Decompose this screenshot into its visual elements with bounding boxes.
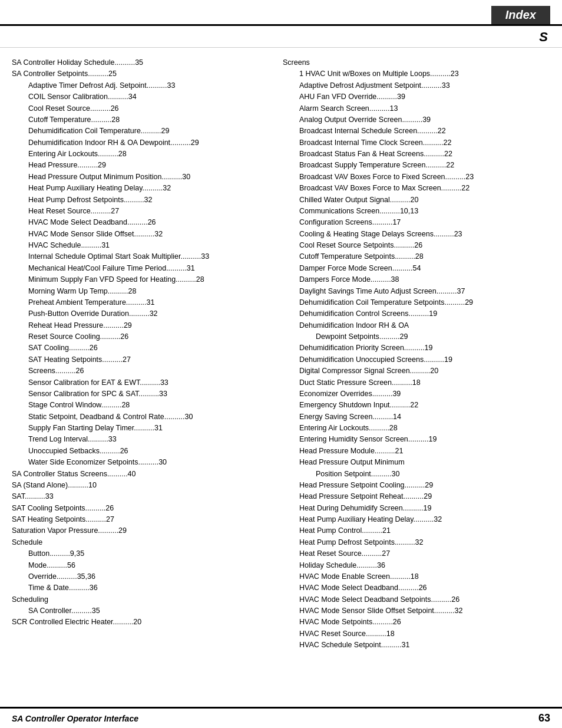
list-item: Head Pressure Setpoint Reheat..........2… bbox=[283, 491, 550, 502]
list-item: Cooling & Heating Stage Delays Screens..… bbox=[283, 229, 550, 240]
list-item: HVAC Mode Setpoints..........26 bbox=[283, 617, 550, 628]
list-item: Damper Force Mode Screen..........54 bbox=[283, 263, 550, 274]
footer-title: SA Controller Operator Interface bbox=[12, 714, 138, 723]
list-item: Sensor Calibration for EAT & EWT........… bbox=[12, 377, 265, 388]
list-item: Schedule bbox=[12, 537, 265, 548]
list-item: Scheduling bbox=[12, 594, 265, 605]
list-item: Mode..........56 bbox=[12, 560, 265, 571]
list-item: Chilled Water Output Signal..........20 bbox=[283, 195, 550, 206]
list-item: Entering Humidity Sensor Screen.........… bbox=[283, 434, 550, 445]
section-letter: S bbox=[539, 29, 548, 45]
section-letter-row: S bbox=[0, 28, 562, 48]
list-item: Dehumidification Indoor RH & OA Dewpoint… bbox=[12, 137, 265, 149]
list-item: COIL Sensor Calibration..........34 bbox=[12, 91, 265, 103]
list-item: Reheat Head Pressure..........29 bbox=[12, 320, 265, 331]
page-header: Index bbox=[0, 0, 562, 26]
list-item: SAT Heating Setpoints..........27 bbox=[12, 354, 265, 365]
list-item: Cutoff Temperature Setpoints..........28 bbox=[283, 251, 550, 262]
list-item: HVAC Mode Enable Screen..........18 bbox=[283, 571, 550, 582]
list-item: Unoccupied Setbacks..........26 bbox=[12, 446, 265, 457]
list-item: Head Pressure Setpoint Cooling..........… bbox=[283, 480, 550, 491]
list-item: Minimum Supply Fan VFD Speed for Heating… bbox=[12, 274, 265, 285]
list-item: SA Controller Setpoints..........25 bbox=[12, 68, 265, 80]
list-item: HVAC Schedule Setpoint..........31 bbox=[283, 640, 550, 651]
list-item: Duct Static Pressure Screen..........18 bbox=[283, 377, 550, 388]
list-item: 1 HVAC Unit w/Boxes on Multiple Loops...… bbox=[283, 68, 550, 80]
list-item: Head Pressure Module..........21 bbox=[283, 446, 550, 457]
list-item: Dehumidification Priority Screen........… bbox=[283, 342, 550, 354]
list-item: Cool Reset Source..........26 bbox=[12, 103, 265, 114]
list-item: Analog Output Override Screen..........3… bbox=[283, 114, 550, 126]
list-item: Morning Warm Up Temp..........28 bbox=[12, 286, 265, 297]
list-item: Dampers Force Mode..........38 bbox=[283, 274, 550, 285]
list-item: Heat Pump Auxiliary Heating Delay.......… bbox=[283, 514, 550, 525]
list-item: SAT Cooling Setpoints..........26 bbox=[12, 503, 265, 514]
list-item: Head Pressure..........29 bbox=[12, 160, 265, 171]
list-item: Broadcast Supply Temperature Screen.....… bbox=[283, 160, 550, 171]
list-item: Configuration Screens..........17 bbox=[283, 217, 550, 228]
list-item: Broadcast Internal Time Clock Screen....… bbox=[283, 137, 550, 149]
list-item: Dehumidification Indoor RH & OA bbox=[283, 320, 550, 331]
list-item: Dewpoint Setpoints..........29 bbox=[283, 331, 550, 342]
list-item: Internal Schedule Optimal Start Soak Mul… bbox=[12, 251, 265, 262]
list-item: SAT..........33 bbox=[12, 491, 265, 502]
right-section-header: Screens bbox=[283, 57, 550, 68]
list-item: SAT Heating Setpoints..........27 bbox=[12, 514, 265, 525]
list-item: HVAC Schedule..........31 bbox=[12, 240, 265, 251]
list-item: HVAC Mode Select Deadband Setpoints.....… bbox=[283, 594, 550, 605]
list-item: Override..........35,36 bbox=[12, 571, 265, 582]
list-item: Daylight Savings Time Auto Adjust Screen… bbox=[283, 286, 550, 297]
list-item: AHU Fan VFD Override..........39 bbox=[283, 91, 550, 103]
list-item: Preheat Ambient Temperature..........31 bbox=[12, 297, 265, 308]
list-item: Dehumidification Unoccupied Screens.....… bbox=[283, 354, 550, 365]
list-item: HVAC Mode Sensor Slide Offset Setpoint..… bbox=[283, 605, 550, 617]
list-item: Broadcast Internal Schedule Screen......… bbox=[283, 126, 550, 137]
list-item: SCR Controlled Electric Heater..........… bbox=[12, 617, 265, 628]
list-item: SA (Stand Alone)..........10 bbox=[12, 480, 265, 491]
list-item: Dehumidification Control Screens........… bbox=[283, 308, 550, 319]
list-item: Heat Reset Source..........27 bbox=[12, 206, 265, 217]
page-footer: SA Controller Operator Interface 63 bbox=[0, 707, 562, 728]
list-item: SAT Cooling..........26 bbox=[12, 342, 265, 354]
list-item: Broadcast VAV Boxes Force to Fixed Scree… bbox=[283, 172, 550, 183]
list-item: Broadcast Status Fan & Heat Screens.....… bbox=[283, 149, 550, 160]
list-item: Entering Air Lockouts..........28 bbox=[12, 149, 265, 160]
list-item: Cutoff Temperature..........28 bbox=[12, 114, 265, 126]
list-item: Sensor Calibration for SPC & SAT........… bbox=[12, 388, 265, 400]
list-item: Mechanical Heat/Cool Failure Time Period… bbox=[12, 263, 265, 274]
list-item: Heat Pump Defrost Setpoints..........32 bbox=[12, 195, 265, 206]
list-item: Water Side Economizer Setpoints.........… bbox=[12, 457, 265, 468]
list-item: Heat Pump Control..........21 bbox=[283, 525, 550, 536]
list-item: Saturation Vapor Pressure..........29 bbox=[12, 525, 265, 536]
list-item: Time & Date..........36 bbox=[12, 582, 265, 594]
list-item: HVAC Mode Select Deadband..........26 bbox=[283, 582, 550, 594]
list-item: SA Controller Holiday Schedule..........… bbox=[12, 57, 265, 68]
list-item: Energy Saving Screen..........14 bbox=[283, 411, 550, 423]
list-item: Screens..........26 bbox=[12, 365, 265, 377]
list-item: Broadcast VAV Boxes Force to Max Screen.… bbox=[283, 183, 550, 194]
list-item: Supply Fan Starting Delay Timer.........… bbox=[12, 423, 265, 434]
list-item: Adaptive Timer Defrost Adj. Setpoint....… bbox=[12, 80, 265, 91]
list-item: HVAC Reset Source..........18 bbox=[283, 628, 550, 640]
list-item: Cool Reset Source Setpoints..........26 bbox=[283, 240, 550, 251]
list-item: Heat Pump Auxiliary Heating Delay.......… bbox=[12, 183, 265, 194]
list-item: Dehumidification Coil Temperature.......… bbox=[12, 126, 265, 137]
list-item: SA Controller..........35 bbox=[12, 605, 265, 617]
list-item: Communications Screen..........10,13 bbox=[283, 206, 550, 217]
list-item: Adaptive Defrost Adjustment Setpoint....… bbox=[283, 80, 550, 91]
list-item: HVAC Mode Sensor Slide Offset..........3… bbox=[12, 229, 265, 240]
list-item: Static Setpoint, Deadband & Control Rate… bbox=[12, 411, 265, 423]
left-column: SA Controller Holiday Schedule..........… bbox=[12, 57, 265, 651]
list-item: Stage Control Window..........28 bbox=[12, 400, 265, 411]
footer-page: 63 bbox=[538, 712, 550, 724]
list-item: Alarm Search Screen..........13 bbox=[283, 103, 550, 114]
list-item: Entering Air Lockouts..........28 bbox=[283, 423, 550, 434]
list-item: Trend Log Interval..........33 bbox=[12, 434, 265, 445]
list-item: Heat Reset Source..........27 bbox=[283, 548, 550, 559]
list-item: Reset Source Cooling..........26 bbox=[12, 331, 265, 342]
list-item: Holiday Schedule..........36 bbox=[283, 560, 550, 571]
list-item: Emergency Shutdown Input..........22 bbox=[283, 400, 550, 411]
list-item: Push-Button Override Duration..........3… bbox=[12, 308, 265, 319]
index-label: Index bbox=[491, 6, 550, 24]
list-item: Position Setpoint..........30 bbox=[283, 469, 550, 480]
